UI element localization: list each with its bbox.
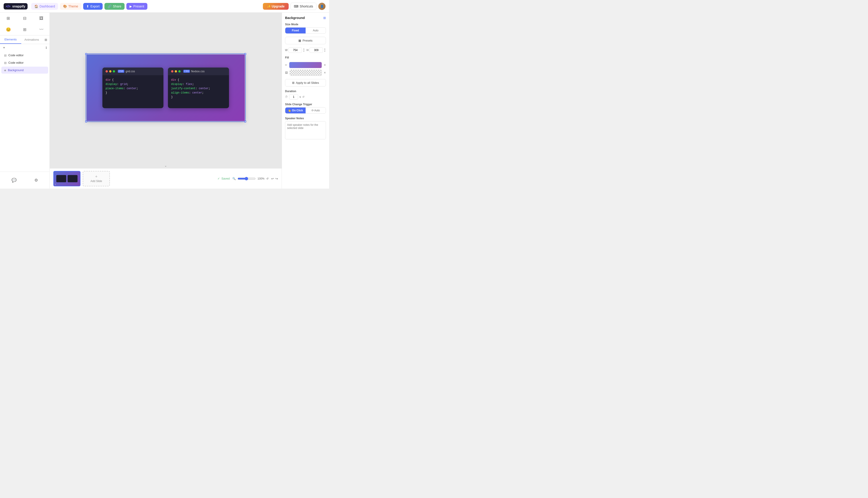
logo[interactable]: </> snappify: [4, 3, 28, 10]
elements-icon[interactable]: ⊟: [16, 13, 33, 24]
redo-button[interactable]: ↪: [275, 177, 278, 181]
sidebar-item-background[interactable]: ◈ Background: [1, 67, 48, 74]
height-down-arrow[interactable]: ▼: [324, 50, 326, 52]
speaker-notes-label: Speaker Notes: [285, 117, 326, 120]
keyboard-icon: ⌨: [294, 4, 298, 8]
thumb-code-window-2: [67, 175, 78, 182]
slide-canvas[interactable]: CSS grid.css div { display: grid; place-…: [87, 54, 245, 121]
slide-thumbnails: 1 + Add Slide: [53, 171, 110, 186]
apply-all-slides-button[interactable]: ⊞ Apply to all Slides: [285, 79, 326, 87]
undo-button[interactable]: ↩: [271, 177, 274, 181]
canvas-area: CSS grid.css div { display: grid; place-…: [50, 13, 282, 188]
panel-grid-icon[interactable]: ⊞: [323, 16, 326, 19]
code-window-grid: CSS grid.css div { display: grid; place-…: [102, 67, 163, 108]
window-title-flexbox: CSS flexbox.css: [183, 70, 205, 73]
clock-icon: ⏱: [285, 95, 288, 99]
add-slide-plus-icon: +: [95, 174, 98, 179]
dot-yellow-grid: [109, 70, 112, 73]
dashboard-button[interactable]: 🏠 Dashboard: [31, 3, 58, 10]
fill-section: Fill ✏ ✕ 🖼 ✕: [285, 56, 326, 76]
waves-icon[interactable]: 〰: [33, 24, 50, 35]
shortcuts-button[interactable]: ⌨ Shortcuts: [291, 3, 317, 10]
zoom-slider[interactable]: [238, 177, 256, 181]
share-icon: 🔗: [107, 4, 112, 8]
dashboard-icon: 🏠: [34, 4, 38, 8]
checkmark-icon: ✓: [217, 177, 220, 180]
theme-icon: 🎨: [63, 4, 67, 8]
dot-green-flexbox: [178, 70, 181, 73]
add-icon[interactable]: ✦: [3, 46, 5, 50]
dot-green-grid: [113, 70, 115, 73]
height-up-arrow[interactable]: ▲: [324, 48, 326, 50]
history-controls: ↩ ↪: [271, 177, 278, 181]
height-input[interactable]: [309, 48, 323, 53]
duration-reset-icon[interactable]: ↺: [302, 95, 305, 99]
fill-swatch-gradient[interactable]: [289, 62, 322, 68]
export-button[interactable]: ⬆ Export: [83, 3, 103, 10]
code-windows: CSS grid.css div { display: grid; place-…: [87, 54, 245, 121]
dot-red-flexbox: [171, 70, 174, 73]
slide-change-toggle: 👆 On Click ⟳ Auto: [285, 107, 326, 114]
click-icon: 👆: [288, 109, 291, 112]
sidebar-tabs: Elements Animations ⊞: [0, 36, 50, 44]
auto-toggle[interactable]: Auto: [306, 28, 326, 34]
fill-row-1: ✏ ✕: [285, 62, 326, 68]
share-button[interactable]: 🔗 Share: [104, 3, 124, 10]
avatar[interactable]: 👤: [318, 3, 326, 10]
components-icon[interactable]: ⊞: [16, 24, 33, 35]
auto-slide-toggle[interactable]: ⟳ Auto: [306, 107, 326, 113]
sidebar-item-code-editor-1[interactable]: ▤ Code editor: [1, 52, 48, 59]
zoom-reset-icon[interactable]: ↺: [266, 177, 269, 180]
main-layout: ⊞ ⊟ 🖼 😊 ⊞ 〰 Elements Animations ⊞ ✦ ℹ ▤ …: [0, 13, 329, 188]
layers-icon[interactable]: ⊞: [42, 36, 50, 44]
fill-row-2: 🖼 ✕: [285, 69, 326, 76]
width-field: W ▲ ▼: [285, 48, 305, 53]
fill-swatch-image[interactable]: [290, 69, 322, 76]
tab-elements[interactable]: Elements: [0, 36, 21, 44]
theme-button[interactable]: 🎨 Theme: [60, 3, 81, 10]
apply-icon: ⊞: [292, 81, 295, 84]
slide-change-section: Slide Change Trigger 👆 On Click ⟳ Auto: [285, 103, 326, 114]
width-down-arrow[interactable]: ▼: [303, 50, 305, 52]
code-body-grid: div { display: grid; place-items: center…: [102, 75, 163, 98]
fill-delete-icon[interactable]: ✕: [324, 64, 326, 67]
present-button[interactable]: ▶ Present: [126, 3, 148, 10]
help-button[interactable]: 💬: [8, 174, 20, 186]
add-slide-button[interactable]: + Add Slide: [83, 171, 110, 186]
titlebar-grid: CSS grid.css: [102, 67, 163, 75]
fixed-toggle[interactable]: Fixed: [285, 28, 306, 34]
fill-label: Fill: [285, 56, 326, 59]
upgrade-button[interactable]: ✨ Upgrade: [263, 3, 289, 10]
export-icon: ⬆: [86, 4, 89, 8]
tab-animations[interactable]: Animations: [21, 36, 42, 44]
duration-label: Duration: [285, 90, 326, 93]
sidebar-list: ▤ Code editor ▤ Code editor ◈ Background: [0, 51, 50, 172]
bottom-controls: ✓ Saved 🔍 100% ↺ ↩ ↪: [217, 177, 278, 181]
size-mode-label: Size Mode: [285, 23, 326, 26]
on-click-toggle[interactable]: 👆 On Click: [285, 107, 306, 113]
face-icon[interactable]: 😊: [0, 24, 16, 35]
sidebar-actions: ✦ ℹ: [0, 44, 50, 51]
duration-controls: ⏱ s ↺: [285, 94, 326, 100]
duration-input[interactable]: [289, 94, 298, 100]
image-fill-icon[interactable]: 🖼: [285, 71, 288, 74]
width-up-arrow[interactable]: ▲: [303, 48, 305, 50]
tool-icons: ⊞ ⊟ 🖼 😊 ⊞ 〰: [0, 13, 50, 36]
fill-image-delete-icon[interactable]: ✕: [324, 71, 326, 74]
titlebar-flexbox: CSS flexbox.css: [168, 67, 229, 75]
presets-button[interactable]: ▦ Presets: [285, 37, 326, 44]
image-icon[interactable]: 🖼: [33, 13, 50, 24]
settings-button[interactable]: ⚙: [31, 174, 41, 186]
width-input[interactable]: [289, 48, 302, 53]
auto-icon: ⟳: [311, 109, 314, 112]
layout-icon[interactable]: ⊞: [0, 13, 16, 24]
speaker-notes-input[interactable]: [285, 121, 326, 139]
sidebar-item-code-editor-2[interactable]: ▤ Code editor: [1, 59, 48, 66]
info-icon[interactable]: ℹ: [46, 46, 47, 50]
chevron-down-icon[interactable]: ⌄: [50, 163, 282, 168]
slide-thumb-1[interactable]: 1: [53, 171, 80, 186]
pen-icon[interactable]: ✏: [285, 64, 287, 67]
zoom-label: 100%: [257, 177, 265, 180]
sidebar-bottom: 💬 ⚙: [0, 172, 50, 188]
duration-unit: s: [299, 95, 301, 99]
